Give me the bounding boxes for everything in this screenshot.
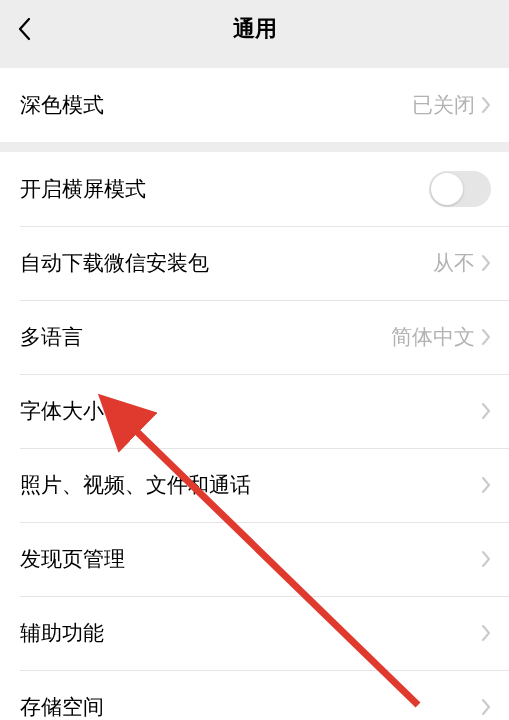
chevron-right-icon [481, 476, 491, 494]
toggle-switch[interactable] [429, 171, 491, 207]
setting-label: 存储空间 [20, 693, 481, 720]
setting-label: 自动下载微信安装包 [20, 249, 433, 277]
setting-value: 已关闭 [412, 91, 475, 119]
setting-landscape-mode[interactable]: 开启横屏模式 [0, 152, 509, 226]
setting-font-size[interactable]: 字体大小 [0, 374, 509, 448]
setting-label: 多语言 [20, 323, 391, 351]
section-gap [0, 58, 509, 68]
setting-label: 发现页管理 [20, 545, 481, 573]
setting-dark-mode[interactable]: 深色模式 已关闭 [0, 68, 509, 142]
chevron-right-icon [481, 624, 491, 642]
setting-discover-manage[interactable]: 发现页管理 [0, 522, 509, 596]
setting-storage[interactable]: 存储空间 [0, 670, 509, 720]
chevron-right-icon [481, 698, 491, 716]
chevron-right-icon [481, 254, 491, 272]
setting-label: 开启横屏模式 [20, 175, 429, 203]
setting-language[interactable]: 多语言 简体中文 [0, 300, 509, 374]
settings-section-1: 深色模式 已关闭 [0, 68, 509, 142]
chevron-right-icon [481, 328, 491, 346]
chevron-right-icon [481, 550, 491, 568]
setting-value: 简体中文 [391, 323, 475, 351]
setting-media-files[interactable]: 照片、视频、文件和通话 [0, 448, 509, 522]
setting-accessibility[interactable]: 辅助功能 [0, 596, 509, 670]
section-gap [0, 142, 509, 152]
setting-label: 辅助功能 [20, 619, 481, 647]
chevron-right-icon [481, 402, 491, 420]
setting-auto-download[interactable]: 自动下载微信安装包 从不 [0, 226, 509, 300]
back-button[interactable] [0, 0, 48, 58]
setting-label: 字体大小 [20, 397, 481, 425]
chevron-left-icon [17, 17, 31, 41]
setting-value: 从不 [433, 249, 475, 277]
chevron-right-icon [481, 96, 491, 114]
settings-section-2: 开启横屏模式 自动下载微信安装包 从不 多语言 简体中文 字体大小 照片、视频、… [0, 152, 509, 720]
header-bar: 通用 [0, 0, 509, 58]
setting-label: 深色模式 [20, 91, 412, 119]
page-title: 通用 [233, 14, 277, 44]
toggle-knob [431, 173, 463, 205]
setting-label: 照片、视频、文件和通话 [20, 471, 481, 499]
